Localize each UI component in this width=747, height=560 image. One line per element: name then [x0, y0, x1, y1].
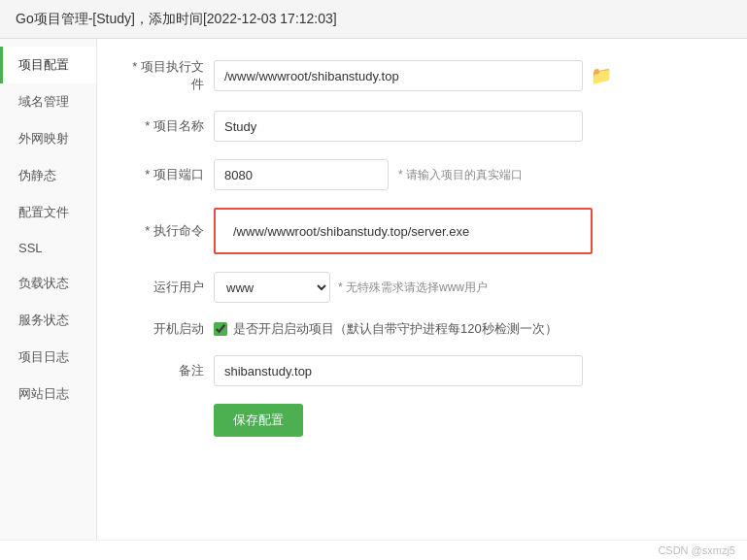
note-row: 备注: [126, 355, 718, 386]
exec-cmd-input[interactable]: [223, 215, 583, 247]
sidebar: 项目配置 域名管理 外网映射 伪静态 配置文件 SSL 负载状态 服务状态 项目…: [0, 39, 97, 540]
autostart-group: 是否开启启动项目（默认自带守护进程每120秒检测一次）: [214, 320, 558, 338]
exec-file-field-group: 📁: [214, 60, 612, 91]
user-group: www root nobody * 无特殊需求请选择www用户: [214, 272, 488, 303]
project-port-input[interactable]: [214, 159, 389, 190]
sidebar-item-project-log[interactable]: 项目日志: [0, 339, 96, 376]
sidebar-item-load-status[interactable]: 负载状态: [0, 265, 96, 302]
run-user-select[interactable]: www root nobody: [214, 272, 330, 303]
footer: CSDN @sxmzj5: [0, 540, 747, 560]
sidebar-item-ssl[interactable]: SSL: [0, 231, 96, 265]
save-row: 保存配置: [126, 404, 718, 437]
save-button[interactable]: 保存配置: [214, 404, 303, 437]
note-label: 备注: [126, 362, 214, 379]
sidebar-item-fake-static[interactable]: 伪静态: [0, 157, 96, 194]
run-user-label: 运行用户: [126, 279, 214, 296]
note-input[interactable]: [214, 355, 583, 386]
title-bar: Go项目管理-[Study]，添加时间[2022-12-03 17:12:03]: [0, 0, 747, 39]
watermark: CSDN @sxmzj5: [658, 544, 735, 556]
main-layout: 项目配置 域名管理 外网映射 伪静态 配置文件 SSL 负载状态 服务状态 项目…: [0, 39, 747, 540]
project-name-row: * 项目名称: [126, 111, 718, 142]
exec-file-label: * 项目执行文件: [126, 58, 214, 93]
autostart-row: 开机启动 是否开启启动项目（默认自带守护进程每120秒检测一次）: [126, 320, 718, 338]
project-name-label: * 项目名称: [126, 117, 214, 135]
exec-file-row: * 项目执行文件 📁: [126, 58, 718, 93]
port-group: * 请输入项目的真实端口: [214, 159, 523, 190]
sidebar-item-config-file[interactable]: 配置文件: [0, 194, 96, 231]
run-user-hint: * 无特殊需求请选择www用户: [338, 280, 488, 296]
autostart-checkbox[interactable]: [214, 322, 227, 336]
sidebar-item-service-status[interactable]: 服务状态: [0, 302, 96, 339]
page-title: Go项目管理-[Study]，添加时间[2022-12-03 17:12:03]: [16, 11, 337, 28]
project-port-row: * 项目端口 * 请输入项目的真实端口: [126, 159, 718, 190]
project-name-input[interactable]: [214, 111, 583, 142]
exec-file-input[interactable]: [214, 60, 583, 91]
port-hint: * 请输入项目的真实端口: [398, 167, 523, 183]
project-port-label: * 项目端口: [126, 166, 214, 183]
exec-cmd-highlight-box: [214, 208, 593, 254]
autostart-label: 开机启动: [126, 320, 214, 338]
sidebar-item-external-mapping[interactable]: 外网映射: [0, 120, 96, 157]
exec-cmd-label: * 执行命令: [126, 222, 214, 240]
content-area: * 项目执行文件 📁 * 项目名称 * 项目端口 * 请输入项目的真实端口: [97, 39, 747, 540]
folder-icon[interactable]: 📁: [591, 65, 612, 86]
sidebar-item-website-log[interactable]: 网站日志: [0, 376, 96, 412]
sidebar-item-project-config[interactable]: 项目配置: [0, 47, 96, 83]
sidebar-item-domain-manage[interactable]: 域名管理: [0, 83, 96, 120]
autostart-text: 是否开启启动项目（默认自带守护进程每120秒检测一次）: [233, 320, 558, 338]
exec-cmd-row: * 执行命令: [126, 208, 718, 254]
run-user-row: 运行用户 www root nobody * 无特殊需求请选择www用户: [126, 272, 718, 303]
